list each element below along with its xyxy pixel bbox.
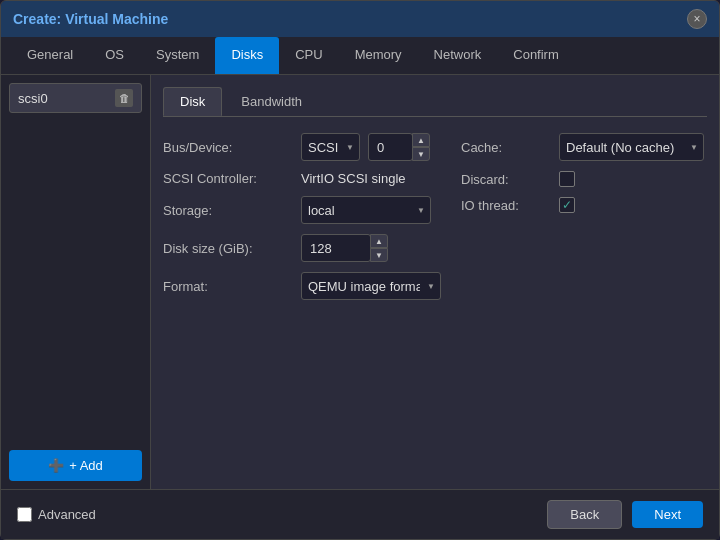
nav-tabs: General OS System Disks CPU Memory Netwo… — [1, 37, 719, 75]
storage-select-wrapper: local — [301, 196, 431, 224]
discard-checkbox-wrapper — [559, 171, 575, 187]
advanced-label: Advanced — [17, 507, 96, 522]
sub-tab-disk[interactable]: Disk — [163, 87, 222, 116]
left-panel: scsi0 🗑 ➕ + Add — [1, 75, 151, 489]
disk-size-decrement-btn[interactable]: ▼ — [370, 248, 388, 262]
tab-system[interactable]: System — [140, 37, 215, 74]
cache-select[interactable]: Default (No cache) — [559, 133, 704, 161]
form-left-col: Bus/Device: SCSI 0 ▲ ▼ — [163, 133, 441, 300]
storage-row: Storage: local — [163, 196, 441, 224]
tab-network[interactable]: Network — [418, 37, 498, 74]
device-number-input[interactable]: 0 — [368, 133, 413, 161]
format-row: Format: QEMU image format — [163, 272, 441, 300]
storage-label: Storage: — [163, 203, 293, 218]
main-content: scsi0 🗑 ➕ + Add Disk Bandwidth — [1, 75, 719, 489]
advanced-checkbox[interactable] — [17, 507, 32, 522]
io-thread-checkbox-wrapper — [559, 197, 575, 213]
plus-icon: ➕ — [48, 458, 64, 473]
form-right-col: Cache: Default (No cache) Discard: — [441, 133, 707, 300]
format-select-wrapper: QEMU image format — [301, 272, 441, 300]
sub-tab-bandwidth[interactable]: Bandwidth — [224, 87, 319, 116]
right-panel: Disk Bandwidth Bus/Device: SCSI — [151, 75, 719, 489]
close-icon: × — [693, 12, 700, 26]
tab-confirm[interactable]: Confirm — [497, 37, 575, 74]
bus-select-wrapper: SCSI — [301, 133, 360, 161]
next-button[interactable]: Next — [632, 501, 703, 528]
bottom-bar: Advanced Back Next — [1, 489, 719, 539]
window-title: Create: Virtual Machine — [13, 11, 168, 27]
bus-select[interactable]: SCSI — [301, 133, 360, 161]
disk-size-label: Disk size (GiB): — [163, 241, 293, 256]
disk-size-input[interactable] — [301, 234, 371, 262]
io-thread-checkbox[interactable] — [559, 197, 575, 213]
add-disk-button[interactable]: ➕ + Add — [9, 450, 142, 481]
tab-disks[interactable]: Disks — [215, 37, 279, 74]
disk-delete-button[interactable]: 🗑 — [115, 89, 133, 107]
device-number-wrapper: 0 ▲ ▼ — [368, 133, 430, 161]
discard-row: Discard: — [461, 171, 707, 187]
disk-form: Bus/Device: SCSI 0 ▲ ▼ — [163, 133, 707, 300]
io-thread-row: IO thread: — [461, 197, 707, 213]
tab-general[interactable]: General — [11, 37, 89, 74]
tab-cpu[interactable]: CPU — [279, 37, 338, 74]
bus-device-row: Bus/Device: SCSI 0 ▲ ▼ — [163, 133, 441, 161]
disk-size-wrapper: ▲ ▼ — [301, 234, 388, 262]
cache-row: Cache: Default (No cache) — [461, 133, 707, 161]
io-thread-label: IO thread: — [461, 198, 551, 213]
cache-label: Cache: — [461, 140, 551, 155]
bus-device-label: Bus/Device: — [163, 140, 293, 155]
close-button[interactable]: × — [687, 9, 707, 29]
vm-create-window: Create: Virtual Machine × General OS Sys… — [0, 0, 720, 540]
back-button[interactable]: Back — [547, 500, 622, 529]
format-select[interactable]: QEMU image format — [301, 272, 441, 300]
disk-item: scsi0 🗑 — [9, 83, 142, 113]
sub-tabs: Disk Bandwidth — [163, 87, 707, 117]
tab-os[interactable]: OS — [89, 37, 140, 74]
discard-label: Discard: — [461, 172, 551, 187]
scsi-controller-row: SCSI Controller: VirtIO SCSI single — [163, 171, 441, 186]
tab-memory[interactable]: Memory — [339, 37, 418, 74]
discard-checkbox[interactable] — [559, 171, 575, 187]
device-decrement-btn[interactable]: ▼ — [412, 147, 430, 161]
disk-item-label: scsi0 — [18, 91, 48, 106]
device-increment-btn[interactable]: ▲ — [412, 133, 430, 147]
trash-icon: 🗑 — [119, 92, 130, 104]
device-spinner-btns: ▲ ▼ — [412, 133, 430, 161]
disk-size-row: Disk size (GiB): ▲ ▼ — [163, 234, 441, 262]
cache-select-wrapper: Default (No cache) — [559, 133, 704, 161]
scsi-controller-label: SCSI Controller: — [163, 171, 293, 186]
disk-size-spinner-btns: ▲ ▼ — [370, 234, 388, 262]
storage-select[interactable]: local — [301, 196, 431, 224]
scsi-controller-value: VirtIO SCSI single — [301, 171, 406, 186]
format-label: Format: — [163, 279, 293, 294]
title-bar: Create: Virtual Machine × — [1, 1, 719, 37]
disk-size-increment-btn[interactable]: ▲ — [370, 234, 388, 248]
